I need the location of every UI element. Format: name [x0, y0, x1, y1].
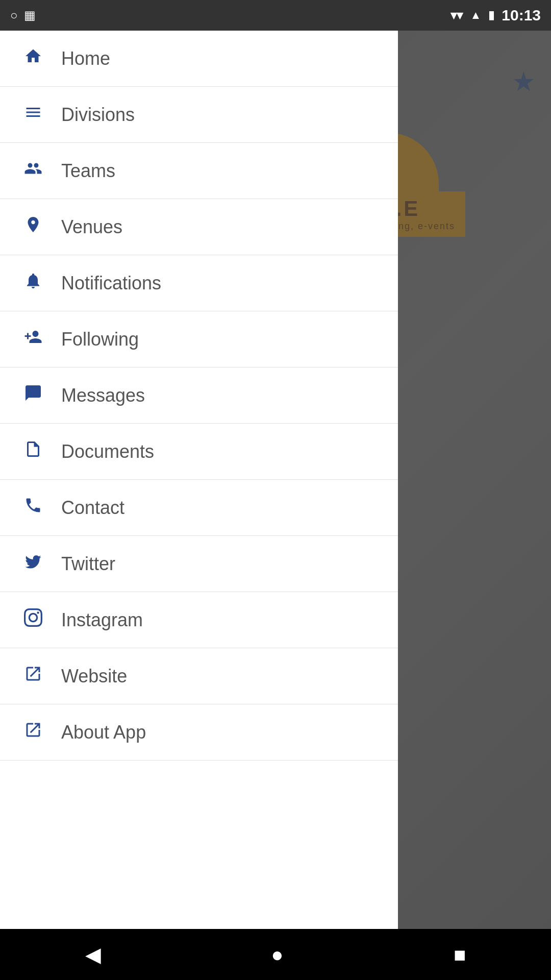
battery-icon: ▮: [488, 9, 494, 22]
menu-label-documents: Documents: [61, 441, 154, 462]
menu-label-venues: Venues: [61, 216, 122, 238]
navigation-bar: ◀ ● ■: [0, 929, 551, 980]
navigation-drawer: Home Divisions Teams Venues: [0, 31, 398, 980]
menu-item-documents[interactable]: Documents: [0, 424, 398, 480]
menu-label-teams: Teams: [61, 160, 115, 182]
home-icon: [20, 47, 46, 70]
status-bar-left: ○ ▦: [10, 8, 36, 22]
menu-label-twitter: Twitter: [61, 553, 115, 575]
menu-item-contact[interactable]: Contact: [0, 480, 398, 536]
menu-label-divisions: Divisions: [61, 104, 135, 126]
menu-label-website: Website: [61, 666, 127, 687]
menu-item-notifications[interactable]: Notifications: [0, 255, 398, 311]
back-button[interactable]: ◀: [65, 938, 121, 971]
menu-item-home[interactable]: Home: [0, 31, 398, 87]
menu-item-teams[interactable]: Teams: [0, 143, 398, 199]
time-display: 10:13: [502, 7, 541, 24]
menu-label-following: Following: [61, 329, 139, 350]
menu-item-divisions[interactable]: Divisions: [0, 87, 398, 143]
instagram-icon: [20, 608, 46, 631]
contact-icon: [20, 496, 46, 519]
teams-icon: [20, 159, 46, 182]
signal-icon: ▲: [470, 9, 481, 22]
menu-label-contact: Contact: [61, 497, 124, 519]
menu-label-instagram: Instagram: [61, 609, 143, 631]
menu-item-venues[interactable]: Venues: [0, 199, 398, 255]
following-icon: [20, 328, 46, 351]
notifications-icon: [20, 272, 46, 295]
website-icon: [20, 665, 46, 688]
divisions-icon: [20, 103, 46, 126]
twitter-icon: [20, 552, 46, 575]
menu-item-following[interactable]: Following: [0, 311, 398, 368]
menu-label-notifications: Notifications: [61, 273, 161, 294]
venues-icon: [20, 215, 46, 238]
documents-icon: [20, 440, 46, 463]
menu-item-messages[interactable]: Messages: [0, 368, 398, 424]
wifi-icon: ▾▾: [450, 8, 463, 22]
sim-icon: ▦: [24, 8, 36, 22]
menu-item-twitter[interactable]: Twitter: [0, 536, 398, 592]
menu-item-instagram[interactable]: Instagram: [0, 592, 398, 648]
recents-button[interactable]: ■: [433, 938, 486, 971]
menu-label-messages: Messages: [61, 385, 145, 406]
messages-icon: [20, 384, 46, 407]
status-bar: ○ ▦ ▾▾ ▲ ▮ 10:13: [0, 0, 551, 31]
circle-icon: ○: [10, 8, 18, 22]
menu-label-about-app: About App: [61, 722, 146, 743]
menu-label-home: Home: [61, 48, 110, 69]
about-icon: [20, 721, 46, 744]
menu-item-about-app[interactable]: About App: [0, 704, 398, 761]
home-button[interactable]: ●: [251, 938, 304, 971]
status-bar-right: ▾▾ ▲ ▮ 10:13: [450, 7, 541, 24]
menu-item-website[interactable]: Website: [0, 648, 398, 704]
